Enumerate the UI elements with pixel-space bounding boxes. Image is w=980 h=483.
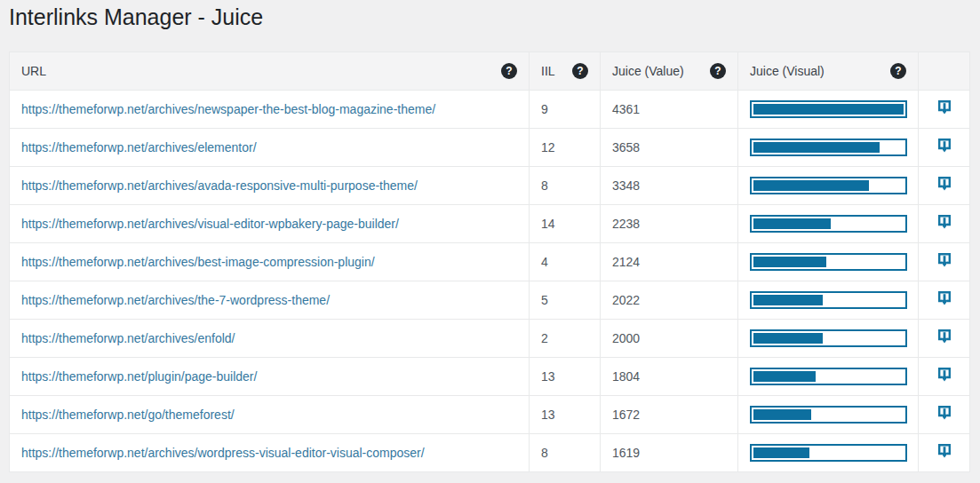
table-row: https://themeforwp.net/archives/best-ima… <box>10 242 970 281</box>
juice-value: 1804 <box>612 369 640 384</box>
table-row: https://themeforwp.net/archives/elemento… <box>10 128 970 166</box>
iil-value: 8 <box>541 446 548 460</box>
url-link[interactable]: https://themeforwp.net/archives/wordpres… <box>21 446 425 460</box>
juice-value: 2022 <box>612 293 640 307</box>
download-icon <box>936 328 953 346</box>
juice-bar <box>750 253 907 271</box>
juice-bar <box>750 139 907 156</box>
table-row: https://themeforwp.net/archives/the-7-wo… <box>10 281 970 319</box>
column-header-iil: IIL ? <box>530 51 601 90</box>
url-link[interactable]: https://themeforwp.net/archives/best-ima… <box>21 255 375 269</box>
table-row: https://themeforwp.net/archives/visual-e… <box>10 204 970 242</box>
iil-value: 8 <box>541 178 548 193</box>
juice-value: 1619 <box>612 446 640 460</box>
url-link[interactable]: https://themeforwp.net/archives/enfold/ <box>21 331 235 345</box>
url-link[interactable]: https://themeforwp.net/archives/the-7-wo… <box>21 293 330 307</box>
export-juice-button[interactable] <box>934 97 955 119</box>
column-header-juice-visual-label: Juice (Visual) <box>750 64 825 78</box>
iil-value: 14 <box>541 217 555 231</box>
column-header-iil-label: IIL <box>541 64 555 78</box>
download-icon <box>936 289 953 308</box>
download-icon <box>936 137 953 155</box>
url-link[interactable]: https://themeforwp.net/archives/avada-re… <box>21 178 418 193</box>
column-header-actions <box>919 51 970 90</box>
page: Interlinks Manager - Juice URL ? IIL ? <box>0 0 980 472</box>
download-icon <box>936 99 953 117</box>
juice-bar-fill <box>753 104 904 115</box>
export-juice-button[interactable] <box>934 211 955 234</box>
help-icon[interactable]: ? <box>890 63 906 79</box>
url-link[interactable]: https://themeforwp.net/archives/newspape… <box>21 102 435 116</box>
juice-value: 1672 <box>612 408 640 422</box>
export-juice-button[interactable] <box>934 288 955 310</box>
iil-value: 2 <box>541 331 548 345</box>
export-juice-button[interactable] <box>934 249 955 272</box>
export-juice-button[interactable] <box>934 173 955 195</box>
juice-bar <box>750 368 907 385</box>
export-juice-button[interactable] <box>934 402 955 424</box>
iil-value: 5 <box>541 293 548 307</box>
column-header-juice-value: Juice (Value) ? <box>601 51 738 90</box>
iil-value: 9 <box>541 102 548 116</box>
page-title: Interlinks Manager - Juice <box>9 0 971 32</box>
iil-value: 13 <box>541 408 555 422</box>
help-icon[interactable]: ? <box>572 63 588 79</box>
juice-value: 2000 <box>612 331 640 345</box>
juice-bar-fill <box>753 257 826 267</box>
table-row: https://themeforwp.net/archives/wordpres… <box>10 433 970 471</box>
juice-bar-fill <box>753 333 823 344</box>
column-header-juice-visual: Juice (Visual) ? <box>738 51 919 90</box>
juice-bar <box>750 177 907 194</box>
juice-bar-fill <box>753 409 811 420</box>
juice-bar <box>750 291 907 309</box>
url-link[interactable]: https://themeforwp.net/archives/visual-e… <box>21 217 399 231</box>
juice-value: 4361 <box>612 102 640 116</box>
iil-value: 12 <box>541 140 555 154</box>
export-juice-button[interactable] <box>934 135 955 157</box>
help-icon[interactable]: ? <box>501 63 517 79</box>
table-row: https://themeforwp.net/archives/newspape… <box>10 90 970 128</box>
download-icon <box>936 366 953 384</box>
column-header-url: URL ? <box>10 51 530 90</box>
juice-bar <box>750 215 907 233</box>
url-link[interactable]: https://themeforwp.net/archives/elemento… <box>21 140 257 154</box>
juice-bar-fill <box>753 180 869 191</box>
column-header-juice-value-label: Juice (Value) <box>612 64 684 78</box>
juice-bar <box>750 444 907 462</box>
juice-bar-fill <box>753 447 809 458</box>
juice-table: URL ? IIL ? Juice (Value) ? <box>9 51 970 472</box>
juice-bar <box>750 100 907 118</box>
iil-value: 13 <box>541 369 555 384</box>
download-icon <box>936 442 953 461</box>
juice-bar <box>750 406 907 424</box>
table-row: https://themeforwp.net/go/themeforest/ 1… <box>10 395 970 433</box>
url-link[interactable]: https://themeforwp.net/plugin/page-build… <box>21 369 257 384</box>
table-row: https://themeforwp.net/archives/enfold/ … <box>10 319 970 357</box>
juice-bar-fill <box>753 371 816 382</box>
juice-bar-fill <box>753 295 823 305</box>
juice-value: 2238 <box>612 217 640 231</box>
export-juice-button[interactable] <box>934 440 955 463</box>
juice-value: 3658 <box>612 140 640 154</box>
download-icon <box>936 175 953 194</box>
download-icon <box>936 404 953 423</box>
download-icon <box>936 251 953 270</box>
help-icon[interactable]: ? <box>710 63 726 79</box>
table-header-row: URL ? IIL ? Juice (Value) ? <box>10 51 970 90</box>
column-header-url-label: URL <box>21 64 46 78</box>
juice-bar-fill <box>753 218 831 229</box>
export-juice-button[interactable] <box>934 326 955 348</box>
download-icon <box>936 213 953 232</box>
juice-bar <box>750 329 907 347</box>
table-row: https://themeforwp.net/archives/avada-re… <box>10 166 970 204</box>
iil-value: 4 <box>541 255 548 269</box>
juice-value: 3348 <box>612 178 640 193</box>
juice-bar-fill <box>753 142 880 153</box>
table-row: https://themeforwp.net/plugin/page-build… <box>10 357 970 395</box>
url-link[interactable]: https://themeforwp.net/go/themeforest/ <box>21 408 235 422</box>
export-juice-button[interactable] <box>934 364 955 386</box>
juice-value: 2124 <box>612 255 640 269</box>
